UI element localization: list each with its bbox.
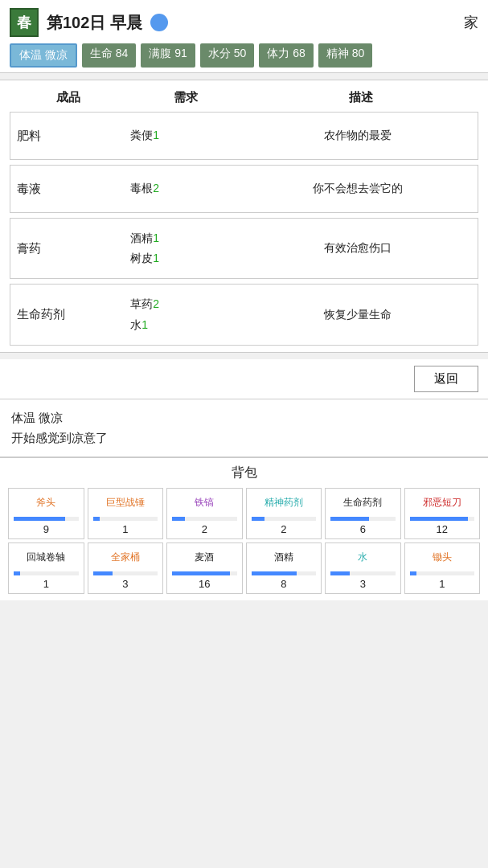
craft-item-1[interactable]: 毒液毒根2你不会想去尝它的 <box>10 165 478 213</box>
bp-item-11[interactable]: 锄头1 <box>404 542 481 594</box>
bp-item-name-8: 麦酒 <box>169 547 240 569</box>
bp-bar-wrap-9 <box>252 571 317 575</box>
craft-item-3[interactable]: 生命药剂草药2水1恢复少量生命 <box>10 284 478 345</box>
backpack-title: 背包 <box>8 465 480 481</box>
backpack-section: 背包 斧头9巨型战锤1铁镐2精神药剂2生命药剂6邪恶短刀12回城卷轴1全家桶3麦… <box>0 457 488 600</box>
bp-item-name-6: 回城卷轴 <box>10 547 82 569</box>
bp-item-name-4: 生命药剂 <box>327 492 399 514</box>
bp-count-0: 9 <box>10 523 82 535</box>
bp-item-name-1: 巨型战锤 <box>90 492 162 514</box>
bp-count-1: 1 <box>90 523 162 535</box>
bp-count-7: 3 <box>90 578 162 590</box>
day-title: 第102日 早晨 <box>47 12 142 34</box>
bp-item-name-3: 精神药剂 <box>248 492 320 514</box>
bp-item-1[interactable]: 巨型战锤1 <box>88 488 164 539</box>
col-require: 需求 <box>127 90 244 105</box>
craft-req-0: 粪便1 <box>130 125 244 145</box>
craft-desc-1: 你不会想去尝它的 <box>244 182 472 196</box>
bp-count-5: 12 <box>407 523 478 535</box>
craft-item-2[interactable]: 膏药酒精1树皮1有效治愈伤口 <box>10 218 478 279</box>
stat-badge-3: 水分 50 <box>200 43 254 68</box>
craft-items: 肥料粪便1农作物的最爱毒液毒根2你不会想去尝它的膏药酒精1树皮1有效治愈伤口生命… <box>10 112 478 346</box>
bp-bar-wrap-6 <box>14 571 79 575</box>
bp-item-6[interactable]: 回城卷轴1 <box>8 542 84 594</box>
craft-desc-0: 农作物的最爱 <box>244 129 472 143</box>
bp-bar-1 <box>93 517 100 521</box>
bp-bar-0 <box>14 517 65 521</box>
status-line1: 体温 微凉 <box>11 407 477 428</box>
weather-dot <box>150 14 168 31</box>
status-section: 体温 微凉 开始感觉到凉意了 <box>0 399 488 457</box>
bp-count-2: 2 <box>169 523 240 535</box>
season-badge: 春 <box>10 8 39 37</box>
col-product: 成品 <box>10 90 127 105</box>
stat-badge-0: 体温 微凉 <box>10 43 77 68</box>
craft-req-3: 草药2水1 <box>130 294 244 334</box>
craft-name-2: 膏药 <box>17 241 130 256</box>
bp-bar-wrap-1 <box>93 517 158 521</box>
bp-bar-wrap-8 <box>172 571 237 575</box>
bp-bar-7 <box>93 571 113 575</box>
craft-header: 成品 需求 描述 <box>10 87 478 112</box>
bp-bar-5 <box>410 517 468 521</box>
bp-count-4: 6 <box>327 523 399 535</box>
bp-bar-wrap-5 <box>410 517 475 521</box>
bp-bar-3 <box>252 517 265 521</box>
bp-item-5[interactable]: 邪恶短刀12 <box>404 488 481 539</box>
bp-item-7[interactable]: 全家桶3 <box>88 542 164 594</box>
stat-badge-5: 精神 80 <box>318 43 372 68</box>
craft-name-3: 生命药剂 <box>17 307 130 322</box>
stats-row: 体温 微凉生命 84满腹 91水分 50体力 68精神 80 <box>10 43 478 68</box>
bp-item-name-2: 铁镐 <box>169 492 240 514</box>
col-desc: 描述 <box>244 90 479 105</box>
stat-badge-4: 体力 68 <box>259 43 313 68</box>
bp-item-name-7: 全家桶 <box>90 547 162 569</box>
bp-item-name-5: 邪恶短刀 <box>407 492 478 514</box>
stat-badge-2: 满腹 91 <box>141 43 195 68</box>
bp-item-0[interactable]: 斧头9 <box>8 488 84 539</box>
craft-name-0: 肥料 <box>17 129 130 144</box>
craft-section: 成品 需求 描述 肥料粪便1农作物的最爱毒液毒根2你不会想去尝它的膏药酒精1树皮… <box>0 80 488 353</box>
bp-item-10[interactable]: 水3 <box>325 542 401 594</box>
bp-bar-8 <box>172 571 230 575</box>
bp-count-6: 1 <box>10 578 82 590</box>
bp-bar-wrap-10 <box>330 571 396 575</box>
bp-bar-wrap-7 <box>93 571 158 575</box>
bp-bar-2 <box>172 517 185 521</box>
bp-count-11: 1 <box>407 578 478 590</box>
bp-bar-9 <box>252 571 297 575</box>
bp-bar-wrap-4 <box>330 517 396 521</box>
bp-count-3: 2 <box>248 523 320 535</box>
bp-item-name-9: 酒精 <box>248 547 320 569</box>
craft-req-2: 酒精1树皮1 <box>130 228 244 268</box>
bp-item-4[interactable]: 生命药剂6 <box>325 488 401 539</box>
bp-bar-4 <box>330 517 369 521</box>
bp-bar-wrap-11 <box>410 571 475 575</box>
bp-bar-11 <box>410 571 416 575</box>
bp-bar-wrap-3 <box>252 517 317 521</box>
craft-desc-3: 恢复少量生命 <box>244 308 472 322</box>
bp-count-8: 16 <box>169 578 240 590</box>
bp-item-3[interactable]: 精神药剂2 <box>246 488 322 539</box>
bp-bar-wrap-0 <box>14 517 79 521</box>
header: 春 第102日 早晨 家 体温 微凉生命 84满腹 91水分 50体力 68精神… <box>0 0 488 73</box>
bp-count-10: 3 <box>327 578 399 590</box>
return-row: 返回 <box>0 359 488 399</box>
return-button[interactable]: 返回 <box>414 366 478 392</box>
craft-desc-2: 有效治愈伤口 <box>244 241 472 256</box>
bp-item-name-10: 水 <box>327 547 399 569</box>
craft-item-0[interactable]: 肥料粪便1农作物的最爱 <box>10 112 478 160</box>
bp-grid: 斧头9巨型战锤1铁镐2精神药剂2生命药剂6邪恶短刀12回城卷轴1全家桶3麦酒16… <box>8 488 480 594</box>
bp-item-9[interactable]: 酒精8 <box>246 542 322 594</box>
bp-item-8[interactable]: 麦酒16 <box>166 542 243 594</box>
stat-badge-1: 生命 84 <box>82 43 136 68</box>
bp-item-name-0: 斧头 <box>10 492 82 514</box>
bp-item-2[interactable]: 铁镐2 <box>166 488 243 539</box>
status-line2: 开始感觉到凉意了 <box>11 428 477 448</box>
bp-count-9: 8 <box>248 578 320 590</box>
bp-bar-wrap-2 <box>172 517 237 521</box>
bp-bar-6 <box>14 571 20 575</box>
bp-item-name-11: 锄头 <box>407 547 478 569</box>
bp-bar-10 <box>330 571 350 575</box>
craft-name-1: 毒液 <box>17 182 130 197</box>
